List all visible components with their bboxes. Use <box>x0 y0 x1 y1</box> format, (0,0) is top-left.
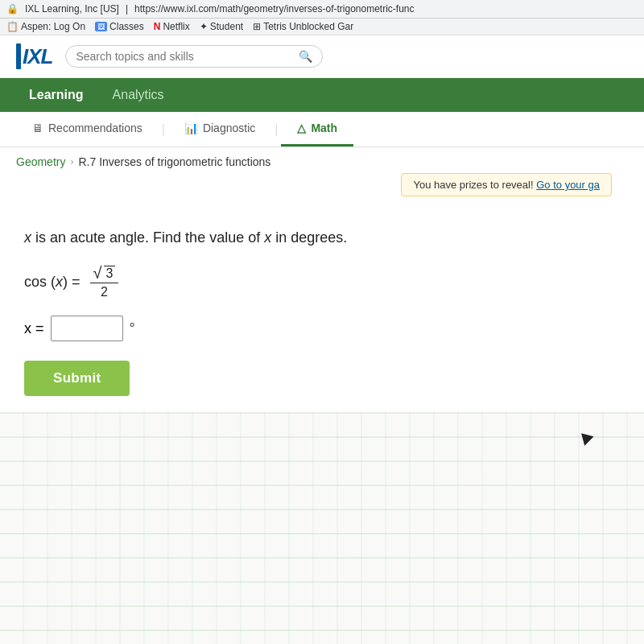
nav-learning[interactable]: Learning <box>16 78 97 112</box>
bookmark-classes[interactable]: 🖼 Classes <box>95 21 144 32</box>
submit-button[interactable]: Submit <box>24 361 130 396</box>
breadcrumb-parent[interactable]: Geometry <box>16 155 65 168</box>
browser-bar: 🔒 IXL Learning, Inc [US] | https://www.i… <box>0 0 644 19</box>
url-display: https://www.ixl.com/math/geometry/invers… <box>134 3 414 14</box>
sqrt-wrapper: √ 3 <box>93 265 116 281</box>
nav-analytics[interactable]: Analytics <box>100 78 177 112</box>
prize-link[interactable]: Go to your ga <box>536 179 600 191</box>
bookmarks-bar: 📋 Aspen: Log On 🖼 Classes N Netflix ✦ St… <box>0 19 644 35</box>
degree-symbol: ° <box>130 320 135 337</box>
logo-text: IXL <box>23 44 52 69</box>
math-icon: △ <box>297 122 306 134</box>
question-text: x is an acute angle. Find the value of x… <box>24 227 620 249</box>
tab-separator-1: | <box>159 122 168 137</box>
tetris-icon: ⊞ <box>253 21 261 32</box>
breadcrumb-current: R.7 Inverses of trigonometric functions <box>78 155 270 168</box>
math-equation: cos (x) = √ 3 2 <box>24 265 620 299</box>
ixl-header: IXL 🔍 <box>0 35 644 78</box>
netflix-icon: N <box>154 21 161 32</box>
classes-icon: 🖼 <box>95 22 107 31</box>
fraction-numerator: √ 3 <box>90 265 119 283</box>
answer-label: x = <box>24 320 44 337</box>
bookmark-netflix[interactable]: N Netflix <box>154 21 190 32</box>
tab-separator-2: | <box>271 122 281 137</box>
tab-math[interactable]: △ Math <box>281 112 353 147</box>
main-content: x is an acute angle. Find the value of x… <box>0 211 644 412</box>
ixl-logo[interactable]: IXL <box>16 43 52 69</box>
bookmark-tetris[interactable]: ⊞ Tetris Unblocked Gar <box>253 21 353 32</box>
recommendations-icon: 🖥 <box>32 122 43 134</box>
aspen-icon: 📋 <box>6 21 19 32</box>
nav-bar: Learning Analytics <box>0 78 644 112</box>
logo-bar <box>16 43 21 69</box>
student-icon: ✦ <box>200 21 208 32</box>
search-input[interactable] <box>76 50 292 63</box>
search-icon[interactable]: 🔍 <box>299 50 312 63</box>
tab-diagnostic[interactable]: 📊 Diagnostic <box>168 112 271 147</box>
fraction-denominator: 2 <box>97 283 111 299</box>
sqrt-number: 3 <box>104 266 116 281</box>
answer-input[interactable] <box>51 316 123 341</box>
answer-row: x = ° <box>24 316 620 341</box>
search-box[interactable]: 🔍 <box>65 45 323 68</box>
breadcrumb: Geometry › R.7 Inverses of trigonometric… <box>0 147 644 173</box>
lock-icon: 🔒 <box>6 3 19 14</box>
breadcrumb-chevron: › <box>70 156 73 167</box>
tab-recommendations[interactable]: 🖥 Recommendations <box>16 112 159 147</box>
url-separator: | <box>126 3 128 14</box>
site-name: IXL Learning, Inc [US] <box>25 3 119 14</box>
sqrt-sign: √ <box>93 265 102 281</box>
prize-banner: You have prizes to reveal! Go to your ga <box>401 173 612 196</box>
tab-bar: 🖥 Recommendations | 📊 Diagnostic | △ Mat… <box>0 112 644 147</box>
bookmark-aspen[interactable]: 📋 Aspen: Log On <box>6 21 85 32</box>
bookmark-student[interactable]: ✦ Student <box>200 21 243 32</box>
background-area <box>0 412 644 644</box>
fraction: √ 3 2 <box>90 265 119 299</box>
diagnostic-icon: 📊 <box>184 122 198 134</box>
equation-prefix: cos (x) = <box>24 274 80 291</box>
